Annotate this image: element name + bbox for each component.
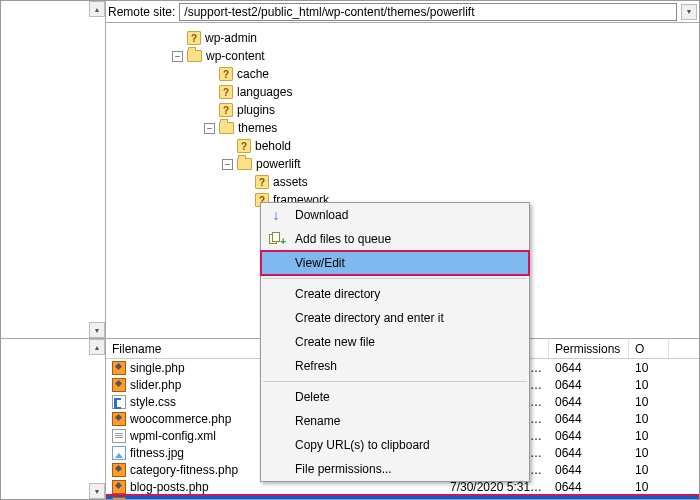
file-type-icon: [112, 361, 126, 375]
file-owner: 10: [629, 395, 669, 409]
tree-label: plugins: [237, 103, 275, 117]
tree-label: wp-content: [206, 49, 265, 63]
file-name: wpml-config.xml: [130, 429, 216, 443]
menu-item-add-to-queue[interactable]: + Add files to queue: [261, 227, 529, 251]
menu-item-create-dir[interactable]: Create directory: [261, 282, 529, 306]
menu-item-label: View/Edit: [295, 256, 345, 270]
unknown-folder-icon: ?: [219, 103, 233, 117]
remote-path-value: /support-test2/public_html/wp-content/th…: [184, 5, 474, 19]
file-owner: 10: [629, 480, 669, 494]
menu-item-download[interactable]: ↓ Download: [261, 203, 529, 227]
menu-item-label: Add files to queue: [295, 232, 391, 246]
tree-label: themes: [238, 121, 277, 135]
remote-path-input[interactable]: /support-test2/public_html/wp-content/th…: [179, 3, 677, 21]
collapse-icon[interactable]: −: [222, 159, 233, 170]
collapse-icon[interactable]: −: [172, 51, 183, 62]
file-name: woocommerce.php: [130, 412, 231, 426]
menu-item-label: Create directory and enter it: [295, 311, 444, 325]
remote-path-bar: Remote site: /support-test2/public_html/…: [106, 1, 699, 23]
file-owner: 10: [629, 361, 669, 375]
file-owner: 10: [629, 497, 669, 500]
tree-item-themes[interactable]: − themes: [110, 119, 695, 137]
file-permissions: 0644: [549, 497, 629, 500]
tree-item-wp-content[interactable]: − wp-content: [110, 47, 695, 65]
file-permissions: 0644: [549, 446, 629, 460]
folder-icon: [219, 122, 234, 134]
menu-item-create-dir-enter[interactable]: Create directory and enter it: [261, 306, 529, 330]
file-owner: 10: [629, 378, 669, 392]
file-permissions: 0644: [549, 463, 629, 477]
file-name: category-fitness.php: [130, 463, 238, 477]
file-type-icon: [112, 378, 126, 392]
tree-item-wp-admin[interactable]: ? wp-admin: [110, 29, 695, 47]
menu-item-refresh[interactable]: Refresh: [261, 354, 529, 378]
column-permissions[interactable]: Permissions: [549, 339, 629, 358]
remote-site-label: Remote site:: [108, 5, 175, 19]
context-menu: ↓ Download + Add files to queue View/Edi…: [260, 202, 530, 482]
add-queue-icon: +: [267, 234, 285, 244]
menu-item-view-edit[interactable]: View/Edit: [261, 251, 529, 275]
menu-item-label: File permissions...: [295, 462, 392, 476]
tree-item-cache[interactable]: ? cache: [110, 65, 695, 83]
menu-item-label: Refresh: [295, 359, 337, 373]
file-permissions: 0644: [549, 395, 629, 409]
menu-item-new-file[interactable]: Create new file: [261, 330, 529, 354]
tree-item-assets[interactable]: ? assets: [110, 173, 695, 191]
tree-item-behold[interactable]: ? behold: [110, 137, 695, 155]
tree-label: languages: [237, 85, 292, 99]
unknown-folder-icon: ?: [219, 85, 233, 99]
scroll-down-icon[interactable]: ▼: [89, 322, 105, 338]
file-permissions: 0644: [549, 378, 629, 392]
menu-separator: [263, 381, 527, 382]
tree-label: assets: [273, 175, 308, 189]
folder-icon: [187, 50, 202, 62]
menu-item-label: Rename: [295, 414, 340, 428]
menu-item-delete[interactable]: Delete: [261, 385, 529, 409]
menu-item-label: Create new file: [295, 335, 375, 349]
file-permissions: 0644: [549, 361, 629, 375]
chevron-down-icon[interactable]: ▼: [681, 4, 697, 20]
unknown-folder-icon: ?: [237, 139, 251, 153]
menu-item-file-permissions[interactable]: File permissions...: [261, 457, 529, 481]
table-row[interactable]: functions.php9/2/2020 5:02:3…064410: [106, 495, 699, 499]
column-owner[interactable]: O: [629, 339, 669, 358]
file-name: functions.php: [130, 497, 201, 500]
folder-icon: [237, 158, 252, 170]
unknown-folder-icon: ?: [219, 67, 233, 81]
download-icon: ↓: [267, 207, 285, 223]
collapse-icon[interactable]: −: [204, 123, 215, 134]
file-type-icon: [112, 480, 126, 494]
scroll-up-icon[interactable]: ▲: [89, 339, 105, 355]
file-name: single.php: [130, 361, 185, 375]
tree-item-languages[interactable]: ? languages: [110, 83, 695, 101]
file-owner: 10: [629, 412, 669, 426]
unknown-folder-icon: ?: [187, 31, 201, 45]
menu-item-copy-url[interactable]: Copy URL(s) to clipboard: [261, 433, 529, 457]
tree-item-powerlift[interactable]: − powerlift: [110, 155, 695, 173]
file-type-icon: [112, 395, 126, 409]
file-type-icon: [112, 446, 126, 460]
file-type-icon: [112, 497, 126, 500]
scroll-up-icon[interactable]: ▲: [89, 1, 105, 17]
file-type-icon: [112, 463, 126, 477]
menu-item-rename[interactable]: Rename: [261, 409, 529, 433]
left-gutter: ▲ ▼ ▲ ▼: [1, 1, 106, 499]
tree-label: behold: [255, 139, 291, 153]
file-owner: 10: [629, 429, 669, 443]
file-permissions: 0644: [549, 480, 629, 494]
menu-item-label: Create directory: [295, 287, 380, 301]
file-type-icon: [112, 412, 126, 426]
file-modified: 9/2/2020 5:02:3…: [444, 497, 549, 500]
tree-label: wp-admin: [205, 31, 257, 45]
tree-label: cache: [237, 67, 269, 81]
scroll-down-icon[interactable]: ▼: [89, 483, 105, 499]
file-name: blog-posts.php: [130, 480, 209, 494]
menu-item-label: Download: [295, 208, 348, 222]
tree-label: powerlift: [256, 157, 301, 171]
file-name: style.css: [130, 395, 176, 409]
tree-item-plugins[interactable]: ? plugins: [110, 101, 695, 119]
menu-item-label: Copy URL(s) to clipboard: [295, 438, 430, 452]
unknown-folder-icon: ?: [255, 175, 269, 189]
file-permissions: 0644: [549, 412, 629, 426]
menu-separator: [263, 278, 527, 279]
